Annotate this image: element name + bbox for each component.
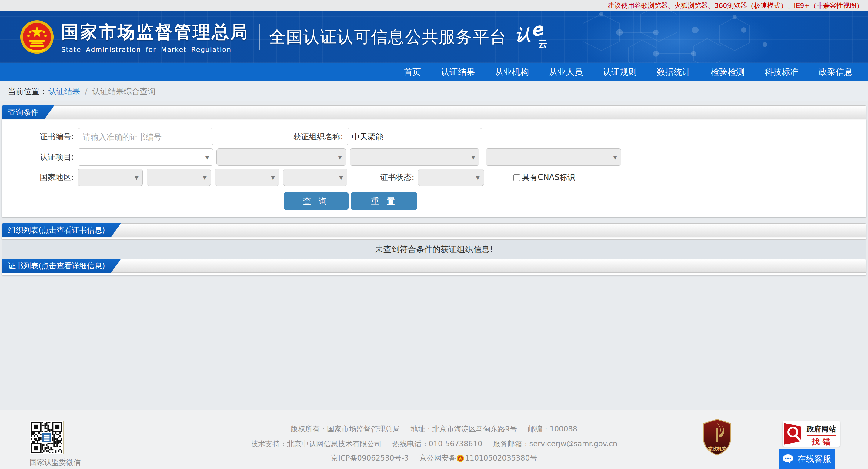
cert-project-select-1[interactable]: ▼ (78, 149, 213, 166)
online-service-label: 在线客服 (797, 453, 831, 465)
agency-name-en: State Administration for Market Regulati… (61, 46, 249, 53)
region-select-4[interactable]: ▼ (283, 169, 347, 186)
online-service-button[interactable]: 在线客服 (779, 449, 835, 469)
footer-tech-support: 技术支持：北京中认网信息技术有限公司 (251, 440, 381, 448)
header-divider (259, 24, 260, 50)
breadcrumb-current-page: 认证结果综合查询 (92, 86, 155, 97)
renyun-logo-ren: 认 (515, 24, 531, 45)
cnas-checkbox[interactable] (514, 174, 520, 181)
error-badge-line1: 政府网站 (807, 424, 836, 436)
nav-item-cert-rules[interactable]: 认证规则 (593, 63, 647, 82)
cert-project-select-3[interactable]: ▼ (350, 149, 479, 166)
footer-line-1: 版权所有：国家市场监督管理总局 地址：北京市海淀区马甸东路9号 邮编：10008… (0, 424, 868, 434)
nav-item-procurement[interactable]: 政采信息 (809, 63, 863, 82)
error-badge-text: 政府网站 找错 (803, 421, 840, 446)
error-badge-line2: 找错 (805, 437, 840, 446)
cert-no-label: 证书编号: (2, 131, 78, 142)
renyun-cloud-logo: 认 e 云 (515, 22, 555, 52)
police-badge-icon (457, 455, 464, 462)
form-row-region-status: 国家地区: ▼ ▼ ▼ ▼ 证书状态: ▼ 具有CNAS标识 (2, 169, 866, 186)
footer-email: 服务邮箱：servicerjw@samr.gov.cn (493, 440, 617, 448)
nav-item-home[interactable]: 首页 (394, 63, 431, 82)
footer-line-3: 京ICP备09062530号-3 京公网安备11010502035380号 (0, 453, 868, 463)
org-list-empty-band: 未查到符合条件的获证组织信息! (1, 240, 867, 259)
nav-item-statistics[interactable]: 数据统计 (647, 63, 701, 82)
breadcrumb: 当前位置： 认证结果 / 认证结果综合查询 (0, 82, 868, 101)
chevron-down-icon: ▼ (203, 175, 207, 181)
footer-icp[interactable]: 京ICP备09062530号-3 (331, 454, 408, 462)
chevron-down-icon: ▼ (471, 154, 475, 160)
shield-text: 党政机关 (708, 446, 726, 451)
breadcrumb-prefix: 当前位置： (8, 86, 47, 97)
chevron-down-icon: ▼ (613, 154, 617, 160)
renyun-logo-e: e (529, 19, 544, 41)
reset-button[interactable]: 重 置 (351, 192, 417, 210)
nav-item-tech-standards[interactable]: 科技标准 (755, 63, 809, 82)
chevron-down-icon: ▼ (476, 175, 480, 181)
org-list-title: 组织列表(点击查看证书信息) (1, 223, 121, 237)
search-button[interactable]: 查 询 (284, 192, 348, 210)
agency-name-cn: 国家市场监督管理总局 (61, 21, 249, 44)
region-select-1[interactable]: ▼ (78, 169, 143, 186)
main-nav: 首页 认证结果 从业机构 从业人员 认证规则 数据统计 检验检测 科技标准 政采… (0, 63, 868, 82)
platform-title: 全国认证认可信息公共服务平台 (269, 26, 507, 48)
breadcrumb-link-cert-results[interactable]: 认证结果 (49, 86, 80, 97)
cert-no-input[interactable] (78, 128, 213, 146)
footer-hotline: 热线电话：010-56738610 (393, 440, 483, 448)
chevron-down-icon: ▼ (338, 154, 342, 160)
cert-list-title: 证书列表(点击查看详细信息) (1, 259, 121, 273)
org-name-label: 获证组织名称: (213, 131, 347, 142)
chat-bubble-icon (782, 454, 794, 464)
browser-notice-bar: 建议使用谷歌浏览器、火狐浏览器、360浏览器（极速模式）、IE9+（非兼容性视图… (0, 0, 868, 11)
national-emblem-icon (20, 20, 55, 55)
query-form: 证书编号: 获证组织名称: 认证项目: ▼ ▼ ▼ ▼ 国家地区: ▼ ▼ ▼ … (1, 119, 867, 217)
region-select-2[interactable]: ▼ (147, 169, 211, 186)
cert-list-header: 证书列表(点击查看详细信息) (1, 259, 867, 273)
hexagon-network-decoration (565, 11, 868, 63)
org-list-header: 组织列表(点击查看证书信息) (1, 223, 867, 237)
breadcrumb-separator: / (85, 87, 88, 96)
magnifier-icon (782, 421, 803, 446)
footer-address: 地址：北京市海淀区马甸东路9号 (411, 425, 517, 433)
chevron-down-icon: ▼ (205, 154, 209, 160)
chevron-down-icon: ▼ (339, 175, 343, 181)
footer-copyright: 版权所有：国家市场监督管理总局 (291, 425, 400, 433)
cert-project-select-4[interactable]: ▼ (486, 149, 621, 166)
footer-police-no[interactable]: 11010502035380号 (465, 454, 537, 462)
party-gov-shield-icon: 党政机关 (702, 419, 732, 456)
cert-status-select[interactable]: ▼ (418, 169, 484, 186)
cert-project-select-2[interactable]: ▼ (216, 149, 346, 166)
chevron-down-icon: ▼ (134, 175, 138, 181)
footer-police-label[interactable]: 京公网安备 (420, 454, 456, 462)
form-buttons: 查 询 重 置 (284, 192, 866, 210)
region-label: 国家地区: (2, 172, 78, 183)
page-footer: 国家认监委微信 版权所有：国家市场监督管理总局 地址：北京市海淀区马甸东路9号 … (0, 410, 868, 469)
org-name-input[interactable] (347, 128, 483, 146)
form-row-cert-project: 认证项目: ▼ ▼ ▼ ▼ (2, 149, 866, 166)
empty-result-message: 未查到符合条件的获证组织信息! (375, 244, 493, 255)
footer-line-2: 技术支持：北京中认网信息技术有限公司 热线电话：010-56738610 服务邮… (0, 439, 868, 449)
browser-notice-text: 建议使用谷歌浏览器、火狐浏览器、360浏览器（极速模式）、IE9+（非兼容性视图… (608, 1, 863, 10)
nav-item-institutions[interactable]: 从业机构 (485, 63, 539, 82)
chevron-down-icon: ▼ (271, 175, 275, 181)
query-panel-title: 查询条件 (1, 105, 54, 119)
nav-item-practitioners[interactable]: 从业人员 (539, 63, 593, 82)
form-row-certificate: 证书编号: 获证组织名称: (2, 128, 866, 146)
nav-item-inspection[interactable]: 检验检测 (701, 63, 755, 82)
cert-list-body (1, 273, 867, 275)
cert-status-label: 证书状态: (347, 172, 418, 183)
region-select-3[interactable]: ▼ (215, 169, 279, 186)
cert-project-label: 认证项目: (2, 152, 78, 162)
agency-title-block: 国家市场监督管理总局 State Administration for Mark… (61, 21, 249, 53)
cnas-checkbox-label: 具有CNAS标识 (522, 172, 575, 183)
query-panel-header: 查询条件 (1, 105, 867, 119)
nav-item-cert-results[interactable]: 认证结果 (431, 63, 485, 82)
footer-postcode: 邮编：100088 (528, 425, 577, 433)
site-header: 国家市场监督管理总局 State Administration for Mark… (0, 11, 868, 63)
renyun-logo-yun: 云 (538, 38, 547, 50)
error-report-badge[interactable]: 政府网站 找错 (782, 421, 840, 446)
org-list-body (1, 237, 867, 240)
